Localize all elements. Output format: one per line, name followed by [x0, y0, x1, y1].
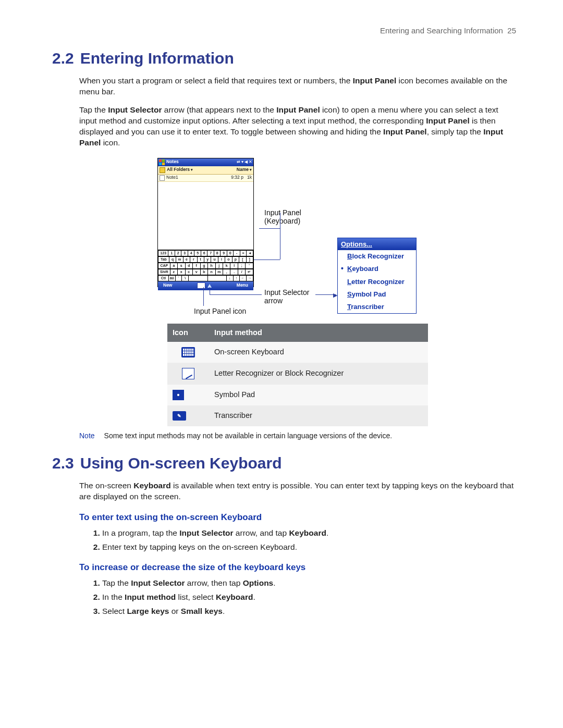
key: \: [182, 275, 189, 281]
key: t: [198, 256, 204, 263]
steps-enter-text: In a program, tap the Input Selector arr…: [79, 528, 516, 553]
key: d: [186, 263, 193, 269]
table-row: ✎Transcriber: [167, 405, 428, 426]
sym-icon: •: [173, 390, 184, 400]
th-icon: Icon: [167, 324, 209, 342]
pen-icon: [182, 368, 194, 379]
key: áü: [169, 275, 176, 281]
note-icon: [160, 175, 165, 181]
method-cell: Transcriber: [209, 405, 428, 426]
step: In the Input method list, select Keyboar…: [102, 592, 516, 603]
trans-icon: ✎: [173, 411, 186, 421]
phone-titlebar: Notes ⇄ ▾ ◀ ✕: [158, 158, 253, 166]
key: ↵: [246, 269, 253, 275]
key: p: [232, 256, 239, 263]
close-icon: ✕: [249, 159, 252, 165]
phone-menubar: New Menu: [158, 281, 253, 290]
key: Ctl: [158, 275, 169, 281]
section-2-3-body: The on-screen Keyboard is available when…: [79, 480, 516, 617]
key: i: [218, 256, 225, 263]
key: [189, 275, 207, 281]
note-text: Some text input methods may not be avail…: [104, 431, 393, 440]
key: 5: [194, 250, 201, 256]
key: Shift: [158, 269, 170, 275]
step: Enter text by tapping keys on the on-scr…: [102, 542, 516, 553]
note-label: Note: [79, 431, 95, 440]
on-screen-keyboard: 1231234567890-=◄Tabqwertyuiop[]CAPasdfgh…: [158, 250, 253, 281]
section-2-2-heading: 2.2Entering Information: [52, 50, 516, 67]
key: 9: [221, 250, 227, 256]
key: n: [208, 269, 215, 275]
label-input-panel-icon: Input Panel icon: [194, 307, 246, 316]
key: ,: [223, 269, 230, 275]
key: .: [230, 269, 238, 275]
key: [: [239, 256, 246, 263]
key: w: [176, 256, 183, 263]
menu-menu: Menu: [237, 282, 248, 288]
para-1: When you start a program or select a fie…: [79, 76, 516, 97]
key: q: [169, 256, 176, 263]
table-row: •Symbol Pad: [167, 385, 428, 405]
key: ]: [247, 256, 253, 263]
key: ↓: [227, 275, 234, 281]
popup-item: Symbol Pad: [338, 288, 416, 301]
key: g: [201, 263, 208, 269]
step: In a program, tap the Input Selector arr…: [102, 528, 516, 539]
key: CAP: [158, 263, 170, 269]
key: e: [183, 256, 190, 263]
key: r: [190, 256, 197, 263]
running-head: Entering and Searching Information 25: [52, 26, 516, 35]
section-number: 2.2: [52, 50, 74, 67]
folders-label: All Folders: [167, 167, 190, 172]
key: ↑: [234, 275, 240, 281]
label-input-selector: Input Selector arrow: [264, 288, 309, 306]
keyboard-icon: [181, 347, 195, 357]
phone-body: [158, 182, 253, 250]
phone-screenshot: Notes ⇄ ▾ ◀ ✕ All Folders▾ Name▾: [157, 158, 254, 287]
key: 6: [201, 250, 208, 256]
key: k: [223, 263, 230, 269]
name-sort-label: Name: [237, 167, 249, 172]
th-method: Input method: [209, 324, 428, 342]
method-cell: On-screen Keyboard: [209, 342, 428, 363]
key: `: [176, 275, 182, 281]
note-line: NoteSome text input methods may not be a…: [79, 431, 516, 440]
section-title: Using On-screen Keyboard: [80, 454, 282, 472]
table-row: Letter Recognizer or Block Recognizer: [167, 363, 428, 385]
popup-item: Block Recognizer: [338, 250, 416, 263]
key: b: [201, 269, 208, 275]
input-method-popup: Options... Block RecognizerKeyboardLette…: [337, 238, 417, 314]
subheading-resize-keys: To increase or decrease the size of the …: [79, 562, 516, 574]
key: z: [170, 269, 178, 275]
popup-options: Options...: [338, 238, 416, 251]
key: ;: [238, 263, 246, 269]
term-input-panel: Input Panel: [353, 76, 397, 85]
input-panel-diagram: Notes ⇄ ▾ ◀ ✕ All Folders▾ Name▾: [157, 158, 491, 314]
key: s: [178, 263, 185, 269]
page: Entering and Searching Information 25 2.…: [0, 0, 563, 656]
key: y: [204, 256, 211, 263]
volume-icon: ◀: [244, 159, 248, 165]
key: j: [216, 263, 223, 269]
key: c: [186, 269, 193, 275]
key: →: [247, 275, 253, 281]
section-title: Entering Information: [80, 50, 234, 67]
key: Tab: [158, 256, 169, 263]
key: 0: [227, 250, 234, 256]
label-input-panel: Input Panel (Keyboard): [264, 208, 301, 226]
key: m: [216, 269, 223, 275]
subheading-enter-text: To enter text using the on-screen Keyboa…: [79, 512, 516, 524]
section-2-3-heading: 2.3Using On-screen Keyboard: [52, 454, 516, 472]
key: 3: [181, 250, 188, 256]
note-size: 1k: [247, 175, 252, 180]
para-intro: The on-screen Keyboard is available when…: [79, 480, 516, 502]
key: 2: [175, 250, 182, 256]
note-name: Note1: [166, 175, 231, 180]
app-title: Notes: [166, 159, 235, 165]
section-number: 2.3: [52, 454, 74, 472]
key: u: [211, 256, 218, 263]
section-2-2-body: When you start a program or select a fie…: [79, 76, 516, 426]
system-icons: ⇄ ▾ ◀ ✕: [237, 159, 252, 165]
key: l: [230, 263, 238, 269]
chapter-name: Entering and Searching Information: [380, 26, 503, 35]
